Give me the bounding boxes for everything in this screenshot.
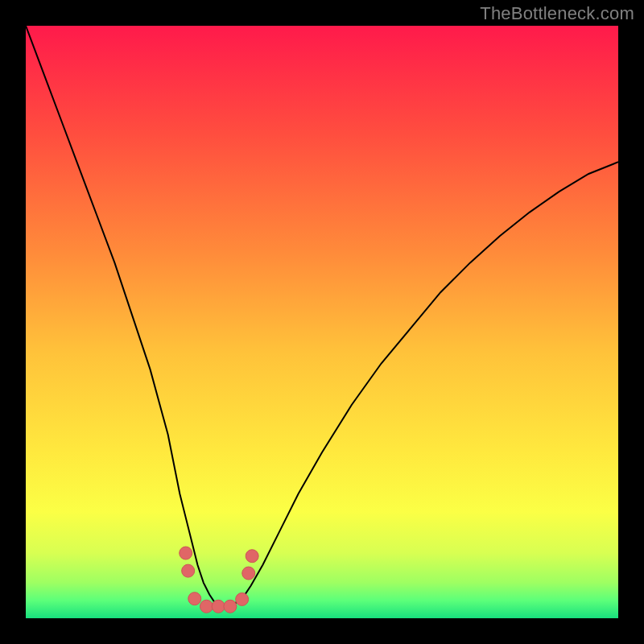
curve-marker (212, 600, 225, 613)
curve-marker (180, 547, 192, 559)
watermark-text: TheBottleneck.com (480, 3, 634, 24)
curve-marker (224, 600, 237, 613)
curve-marker (242, 567, 255, 580)
gradient-background (26, 26, 618, 618)
curve-marker (188, 592, 201, 605)
bottleneck-chart (26, 26, 618, 618)
plot-area (26, 26, 618, 618)
curve-marker (182, 564, 195, 577)
curve-marker (236, 592, 249, 605)
curve-marker (246, 550, 258, 563)
curve-marker (200, 600, 213, 613)
chart-frame: TheBottleneck.com (0, 0, 644, 644)
